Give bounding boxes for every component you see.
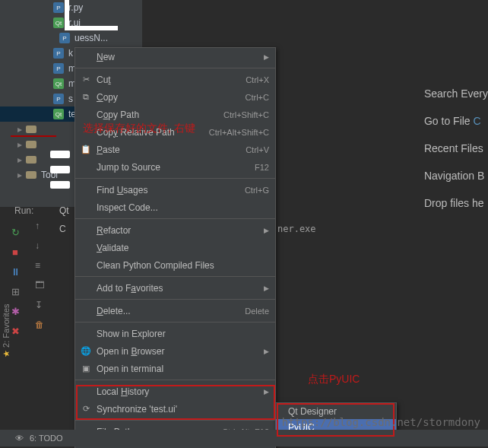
python-file-icon: P <box>53 48 64 59</box>
menu-copy[interactable]: ⧉CopyCtrl+C <box>75 88 275 106</box>
ui-file-icon: Qt <box>53 17 64 28</box>
menu-new[interactable]: New▶ <box>75 48 275 65</box>
stop-icon[interactable]: ■ <box>7 243 24 260</box>
python-file-icon: P <box>53 2 64 13</box>
menu-clean-compiled[interactable]: Clean Python Compiled Files <box>75 256 275 274</box>
menu-copy-relative-path[interactable]: Copy Relative PathCtrl+Alt+Shift+C <box>75 123 275 141</box>
menu-local-history[interactable]: Local History▶ <box>75 383 275 400</box>
menu-find-usages[interactable]: Find UsagesCtrl+G <box>75 181 275 199</box>
folder-icon <box>26 139 36 150</box>
expand-icon[interactable]: ▸ <box>15 154 24 165</box>
rerun-icon[interactable]: ↻ <box>7 224 24 240</box>
menu-separator <box>75 276 275 277</box>
up-icon[interactable]: ↑ <box>35 221 44 240</box>
menu-cut[interactable]: ✂CutCtrl+X <box>75 71 275 88</box>
paste-icon: 📋 <box>80 144 92 156</box>
menu-open-browser[interactable]: 🌐Open in Browser▶ <box>75 342 275 360</box>
submenu-arrow-icon: ▶ <box>264 227 269 234</box>
menu-show-explorer[interactable]: Show in Explorer <box>75 325 275 342</box>
cut-icon: ✂ <box>80 74 92 86</box>
link-goto-file[interactable]: Go to File C <box>424 115 488 127</box>
annotation-text: 点击PyUIC <box>308 373 360 386</box>
browser-icon: 🌐 <box>80 345 92 357</box>
link-navigation-bar[interactable]: Navigation B <box>424 170 488 182</box>
menu-separator <box>75 420 275 421</box>
submenu-arrow-icon: ▶ <box>264 284 269 292</box>
wrap-icon[interactable]: ≡ <box>35 260 44 280</box>
annotation-mark <box>50 151 70 158</box>
python-file-icon: P <box>53 63 64 74</box>
python-file-icon: P <box>59 33 70 43</box>
menu-separator <box>75 299 275 300</box>
run-toolbar-2: ↑ ↓ ≡ 🗔 ↧ 🗑 <box>35 221 44 339</box>
menu-add-favorites[interactable]: Add to Favorites▶ <box>75 279 275 297</box>
run-output-text: ner.exe <box>277 224 316 234</box>
sync-icon: ⟳ <box>80 403 92 415</box>
tree-item[interactable]: Pr.py <box>0 0 142 15</box>
folder-icon <box>26 154 36 165</box>
menu-jump-to-source[interactable]: Jump to SourceF12 <box>75 158 275 176</box>
menu-separator <box>75 380 275 380</box>
annotation-mark <box>50 181 70 189</box>
menu-inspect-code[interactable]: Inspect Code... <box>75 199 275 216</box>
down-icon[interactable]: ↓ <box>35 240 44 260</box>
todo-tool-button[interactable]: 6: TODO <box>30 434 63 443</box>
expand-icon[interactable]: ▸ <box>15 139 24 150</box>
print-icon[interactable]: 🗔 <box>35 280 44 300</box>
submenu-arrow-icon: ▶ <box>264 53 269 61</box>
ui-file-icon: Qt <box>53 109 64 119</box>
dump-icon[interactable]: ⊞ <box>7 283 24 300</box>
copy-icon: ⧉ <box>80 91 92 103</box>
link-search-everywhere[interactable]: Search Every <box>424 87 488 100</box>
menu-separator <box>75 68 275 68</box>
ui-file-icon: Qt <box>53 78 64 89</box>
status-bar: 👁 6: TODO <box>0 430 488 446</box>
context-menu: New▶ ✂CutCtrl+X ⧉CopyCtrl+C Copy PathCtr… <box>74 47 276 448</box>
menu-separator <box>75 178 275 179</box>
menu-copy-path[interactable]: Copy PathCtrl+Shift+C <box>75 106 275 123</box>
menu-separator <box>75 322 275 322</box>
run-panel-label: Run: <box>14 205 33 216</box>
folder-icon <box>26 170 36 180</box>
favorites-tool-window-button[interactable]: ★ 2: Favorites <box>2 303 11 357</box>
run-config-name[interactable]: Qt <box>59 205 69 216</box>
menu-paste[interactable]: 📋PasteCtrl+V <box>75 141 275 158</box>
expand-icon[interactable]: ▸ <box>15 124 24 135</box>
trash-icon[interactable]: 🗑 <box>35 319 44 339</box>
annotation-arrow <box>11 135 56 137</box>
folder-icon <box>26 124 36 135</box>
run-output-letter: C <box>59 224 66 234</box>
annotation-mark <box>50 166 70 173</box>
welcome-links: Search Every Go to File C Recent Files N… <box>424 87 488 224</box>
tree-item[interactable]: Qtr.ui <box>0 15 142 30</box>
eye-icon[interactable]: 👁 <box>15 434 24 443</box>
pause-icon[interactable]: ⏸ <box>7 263 24 280</box>
watermark-text: https://blog.csdn.net/stormdony <box>282 416 480 428</box>
menu-separator <box>75 218 275 219</box>
scroll-icon[interactable]: ↧ <box>35 300 44 319</box>
tree-item[interactable]: PuessN... <box>0 30 142 46</box>
expand-icon[interactable]: ▸ <box>15 170 24 180</box>
menu-open-terminal[interactable]: ▣Open in terminal <box>75 360 275 377</box>
menu-validate[interactable]: Validate <box>75 239 275 256</box>
menu-delete[interactable]: Delete...Delete <box>75 302 275 319</box>
menu-synchronize[interactable]: ⟳Synchronize 'test.ui' <box>75 400 275 418</box>
menu-refactor[interactable]: Refactor▶ <box>75 221 275 239</box>
submenu-arrow-icon: ▶ <box>264 348 269 355</box>
link-recent-files[interactable]: Recent Files <box>424 142 488 154</box>
terminal-icon: ▣ <box>80 363 92 375</box>
submenu-arrow-icon: ▶ <box>264 388 269 396</box>
python-file-icon: P <box>53 94 64 104</box>
hint-drop-files: Drop files he <box>424 197 488 209</box>
